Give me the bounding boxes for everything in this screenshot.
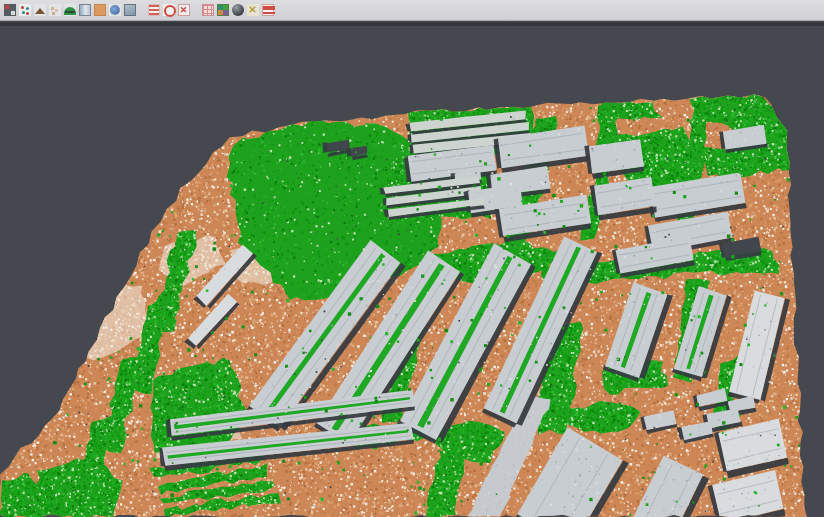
orange-tile-icon	[94, 4, 106, 16]
toolbar-button-canopy-hill[interactable]	[62, 2, 77, 19]
dark-sphere-icon	[232, 4, 244, 16]
toolbar-button-orange-tile[interactable]	[92, 2, 107, 19]
red-banner-icon	[262, 4, 274, 16]
volume-box-icon	[124, 4, 136, 16]
application-window: ✕✕	[0, 0, 824, 517]
toolbar-button-terrain-brown[interactable]	[32, 2, 47, 19]
toolbar-button-depth-slice[interactable]	[77, 2, 92, 19]
sand-patch-icon	[49, 4, 61, 16]
toolbar-button-point-pairs[interactable]	[17, 2, 32, 19]
classifier-grid-icon	[4, 4, 16, 16]
toolbar-button-red-stripes[interactable]	[146, 2, 161, 19]
canopy-hill-icon	[64, 4, 76, 16]
gold-cross-icon: ✕	[247, 4, 259, 16]
red-crop-x-icon: ✕	[178, 4, 190, 16]
pink-grid-icon	[202, 4, 214, 16]
point-pairs-icon	[19, 4, 31, 16]
3d-point-cloud-viewport[interactable]	[0, 26, 824, 517]
red-ring-icon	[163, 4, 175, 16]
toolbar-button-globe-gear[interactable]	[107, 2, 122, 19]
red-stripes-icon	[148, 4, 160, 16]
toolbar-button-pink-grid[interactable]	[200, 2, 215, 19]
toolbar-button-red-crop-x[interactable]: ✕	[176, 2, 191, 19]
toolbar-button-red-banner[interactable]	[260, 2, 275, 19]
depth-slice-icon	[79, 4, 91, 16]
toolbar-button-volume-box[interactable]	[122, 2, 137, 19]
toolbar: ✕✕	[0, 0, 824, 21]
toolbar-button-dark-sphere[interactable]	[230, 2, 245, 19]
toolbar-button-gold-cross[interactable]: ✕	[245, 2, 260, 19]
toolbar-button-red-ring[interactable]	[161, 2, 176, 19]
toolbar-button-class-rainbow[interactable]	[215, 2, 230, 19]
toolbar-button-classifier-grid[interactable]	[2, 2, 17, 19]
terrain-brown-icon	[34, 4, 46, 16]
toolbar-button-sand-patch[interactable]	[47, 2, 62, 19]
globe-gear-icon	[109, 4, 121, 16]
class-rainbow-icon	[217, 4, 229, 16]
